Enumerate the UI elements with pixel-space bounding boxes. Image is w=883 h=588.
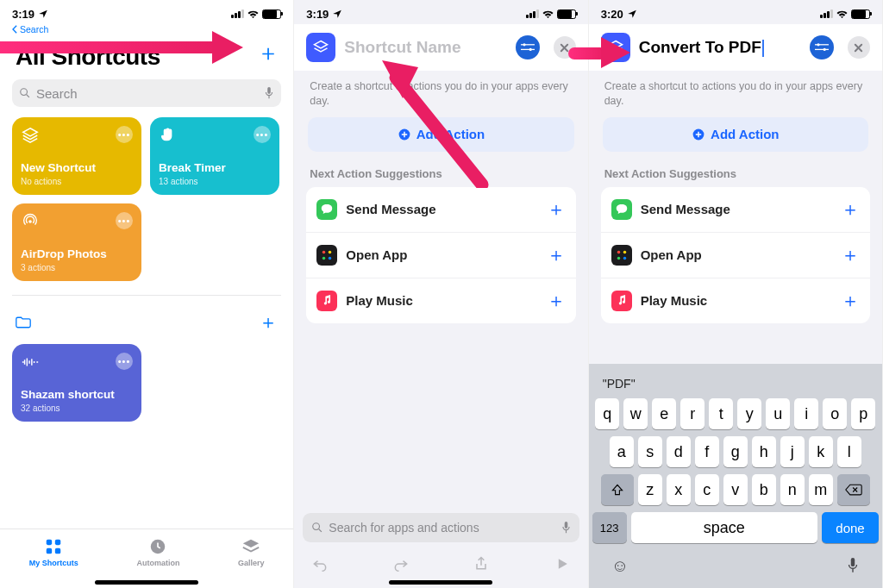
suggestion-send-message[interactable]: Send Message ＋ — [601, 187, 870, 233]
suggestion-send-message[interactable]: Send Message ＋ — [306, 187, 575, 233]
search-input[interactable]: Search — [12, 79, 281, 107]
svg-point-18 — [329, 257, 332, 260]
key-j[interactable]: j — [780, 436, 805, 467]
key-space[interactable]: space — [631, 512, 817, 543]
card-menu[interactable]: ••• — [116, 212, 133, 229]
key-g[interactable]: g — [723, 436, 748, 467]
shortcut-icon[interactable] — [306, 33, 335, 62]
key-f[interactable]: f — [695, 436, 719, 467]
suggestion-open-app[interactable]: Open App ＋ — [601, 233, 870, 278]
key-x[interactable]: x — [667, 474, 691, 505]
key-h[interactable]: h — [752, 436, 776, 467]
key-done[interactable]: done — [822, 512, 879, 543]
screen-named-shortcut-editor: 3:20 Convert To PDF Create a shortcut to… — [589, 0, 883, 588]
layers-icon — [21, 126, 40, 145]
wifi-icon — [542, 9, 554, 19]
tab-my-shortcuts[interactable]: My Shortcuts — [29, 537, 78, 567]
clock: 3:19 — [12, 8, 34, 21]
folder-add-icon[interactable]: ＋ — [259, 310, 278, 335]
keyboard: "PDF" q w e r t y u i o p a s d f g h j … — [589, 364, 882, 588]
card-menu[interactable]: ••• — [116, 353, 133, 370]
shortcut-name-input[interactable]: Shortcut Name — [344, 38, 506, 57]
plus-circle-icon — [692, 128, 705, 141]
editor-description: Create a shortcut to actions you do in y… — [294, 71, 587, 117]
undo-icon[interactable] — [311, 555, 329, 572]
key-backspace[interactable] — [837, 474, 870, 505]
folder-header[interactable]: ＋ — [0, 296, 293, 344]
add-icon[interactable]: ＋ — [547, 197, 566, 222]
suggestion-open-app[interactable]: Open App ＋ — [306, 233, 575, 278]
card-shazam-shortcut[interactable]: ••• Shazam shortcut32 actions — [12, 344, 141, 422]
share-icon[interactable] — [473, 555, 490, 572]
options-icon — [521, 42, 535, 53]
key-o[interactable]: o — [823, 398, 847, 429]
folder-icon — [16, 316, 31, 328]
key-v[interactable]: v — [723, 474, 748, 505]
key-y[interactable]: y — [737, 398, 761, 429]
key-c[interactable]: c — [695, 474, 719, 505]
card-menu[interactable]: ••• — [254, 126, 271, 143]
svg-point-30 — [623, 257, 626, 260]
editor-header: Convert To PDF — [589, 24, 882, 71]
shortcut-name-input[interactable]: Convert To PDF — [639, 38, 801, 57]
key-p[interactable]: p — [851, 398, 875, 429]
key-q[interactable]: q — [595, 398, 619, 429]
key-e[interactable]: e — [652, 398, 676, 429]
close-button[interactable] — [848, 36, 870, 59]
key-n[interactable]: n — [780, 474, 805, 505]
key-u[interactable]: u — [766, 398, 790, 429]
add-icon[interactable]: ＋ — [547, 288, 566, 314]
add-action-button[interactable]: Add Action — [603, 117, 868, 152]
key-m[interactable]: m — [809, 474, 833, 505]
card-menu[interactable]: ••• — [116, 126, 133, 143]
home-indicator — [95, 580, 198, 585]
suggestions-header: Next Action Suggestions — [589, 167, 882, 187]
card-break-timer[interactable]: ••• Break Timer13 actions — [150, 117, 279, 195]
keyboard-suggestion[interactable]: "PDF" — [592, 369, 879, 398]
suggestion-play-music[interactable]: Play Music ＋ — [601, 278, 870, 323]
signal-icon — [526, 9, 539, 18]
key-b[interactable]: b — [752, 474, 776, 505]
editor-header: Shortcut Name — [294, 24, 587, 71]
add-action-button[interactable]: Add Action — [308, 117, 573, 152]
suggestions-header: Next Action Suggestions — [294, 167, 587, 187]
key-z[interactable]: z — [638, 474, 662, 505]
add-icon[interactable]: ＋ — [547, 242, 566, 268]
add-icon[interactable]: ＋ — [841, 242, 860, 268]
keyboard-row-3: z x c v b n m — [592, 474, 879, 505]
key-shift[interactable] — [601, 474, 634, 505]
screen-new-shortcut-editor: 3:19 Shortcut Name Create a shortcut to … — [294, 0, 588, 588]
key-s[interactable]: s — [638, 436, 662, 467]
card-airdrop-photos[interactable]: ••• AirDrop Photos3 actions — [12, 203, 141, 281]
shortcut-icon[interactable] — [601, 33, 630, 62]
key-123[interactable]: 123 — [592, 512, 627, 543]
new-shortcut-plus[interactable]: ＋ — [257, 38, 279, 68]
svg-point-0 — [21, 89, 28, 96]
search-actions-input[interactable]: Search for apps and actions — [303, 513, 579, 542]
suggestion-play-music[interactable]: Play Music ＋ — [306, 278, 575, 323]
dictation-icon[interactable] — [846, 557, 860, 574]
key-r[interactable]: r — [680, 398, 705, 429]
key-l[interactable]: l — [837, 436, 861, 467]
close-button[interactable] — [554, 36, 576, 59]
key-k[interactable]: k — [809, 436, 833, 467]
key-w[interactable]: w — [623, 398, 648, 429]
suggestions-list: Send Message ＋ Open App ＋ Play Music ＋ — [306, 187, 575, 323]
options-button[interactable] — [810, 35, 834, 59]
tab-gallery[interactable]: Gallery — [238, 537, 265, 567]
card-new-shortcut[interactable]: ••• New ShortcutNo actions — [12, 117, 141, 195]
key-i[interactable]: i — [794, 398, 818, 429]
add-icon[interactable]: ＋ — [841, 197, 860, 222]
add-icon[interactable]: ＋ — [841, 288, 860, 314]
messages-icon — [611, 199, 632, 220]
play-icon[interactable] — [554, 555, 571, 572]
key-a[interactable]: a — [610, 436, 634, 467]
tab-automation[interactable]: Automation — [136, 537, 179, 567]
options-button[interactable] — [516, 35, 540, 59]
plus-circle-icon — [398, 128, 411, 141]
redo-icon[interactable] — [392, 555, 410, 572]
emoji-button[interactable]: ☺ — [611, 556, 629, 576]
back-search-link[interactable]: Search — [0, 24, 293, 38]
key-d[interactable]: d — [667, 436, 691, 467]
key-t[interactable]: t — [709, 398, 733, 429]
